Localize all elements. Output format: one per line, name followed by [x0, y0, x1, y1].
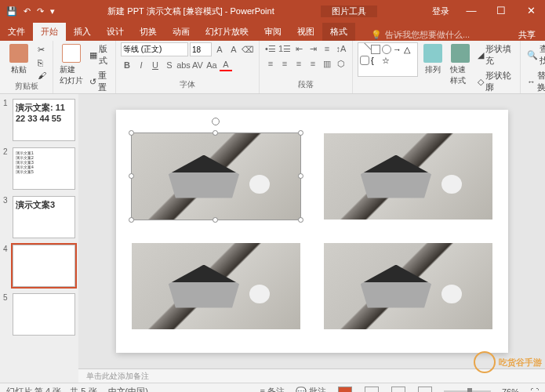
new-slide-button[interactable]: 新建 幻灯片 [58, 42, 85, 88]
bullets-button[interactable]: •☰ [264, 42, 277, 55]
shape-oval-icon [382, 45, 391, 54]
tab-view[interactable]: 视图 [289, 23, 322, 41]
shapes-gallery[interactable]: → △ { ☆ [358, 42, 418, 77]
slide-thumbnail[interactable]: 演示文案3 [13, 196, 75, 238]
shadow-button[interactable]: abs [177, 59, 190, 71]
resize-handle[interactable] [298, 130, 303, 136]
tab-review[interactable]: 审阅 [256, 23, 289, 41]
tab-transitions[interactable]: 切换 [132, 23, 165, 41]
maximize-button[interactable]: ☐ [487, 0, 515, 22]
smartart-button[interactable]: ⬡ [335, 57, 347, 70]
format-painter-button[interactable]: 🖌 [36, 70, 48, 81]
paste-button[interactable]: 粘贴 [5, 42, 33, 77]
slide-thumbnail[interactable] [13, 293, 75, 336]
redo-icon[interactable]: ↷ [37, 6, 44, 16]
slide-thumbnail[interactable] [13, 245, 75, 287]
strikethrough-button[interactable]: S [163, 59, 176, 71]
shape-outline-button[interactable]: ◇形状轮廓 [476, 69, 515, 94]
slideshow-view-button[interactable] [418, 387, 432, 393]
tab-insert[interactable]: 插入 [66, 23, 99, 41]
resize-handle[interactable] [129, 173, 134, 179]
thumb-num: 5 [3, 293, 9, 336]
shape-fill-button[interactable]: ◢形状填充 [476, 42, 515, 67]
slide-thumbnail[interactable]: 演示文案: 11 22 33 44 55 [13, 99, 75, 141]
text-direction-button[interactable]: ↕A [335, 42, 347, 55]
slide-canvas: 单击此处添加备注 [78, 94, 545, 383]
bold-button[interactable]: B [121, 59, 133, 71]
find-button[interactable]: 🔍查找 [525, 42, 545, 67]
group-font-label: 字体 [121, 79, 254, 92]
normal-view-button[interactable] [338, 387, 352, 393]
inserted-picture[interactable] [132, 133, 300, 220]
clear-format-icon[interactable]: ⌫ [242, 43, 254, 56]
notes-toggle[interactable]: ≡ 备注 [260, 386, 284, 392]
tell-me-search[interactable]: 💡告诉我您想要做什么... [355, 29, 509, 41]
quick-styles-button[interactable]: 快速样式 [449, 42, 473, 88]
shape-line-icon [358, 43, 372, 56]
resize-handle[interactable] [213, 130, 218, 136]
close-button[interactable]: ✕ [517, 0, 545, 22]
watermark-logo-icon [474, 351, 496, 373]
tab-format[interactable]: 格式 [322, 23, 355, 41]
cut-button[interactable]: ✂ [36, 44, 48, 56]
char-spacing-button[interactable]: AV [191, 59, 204, 71]
zoom-level[interactable]: 76% [502, 387, 519, 393]
arrange-button[interactable]: 排列 [421, 42, 445, 77]
change-case-button[interactable]: Aa [205, 59, 218, 71]
inserted-picture[interactable] [132, 243, 300, 329]
slide-indicator: 幻灯片 第 4 张，共 5 张 [6, 386, 97, 392]
login-link[interactable]: 登录 [424, 5, 457, 17]
comments-toggle[interactable]: 💬 批注 [296, 386, 326, 392]
align-right-button[interactable]: ≡ [292, 57, 305, 70]
fit-window-button[interactable]: ⛶ [530, 387, 539, 393]
scissors-icon: ✂ [38, 45, 45, 55]
reading-view-button[interactable] [391, 387, 405, 393]
font-family-select[interactable] [121, 42, 188, 56]
tab-file[interactable]: 文件 [0, 23, 33, 41]
layout-button[interactable]: ▦版式 [88, 42, 111, 67]
font-size-select[interactable] [190, 42, 212, 56]
rotate-handle[interactable] [212, 118, 220, 125]
tab-animations[interactable]: 动画 [165, 23, 198, 41]
group-clipboard-label: 剪贴板 [5, 81, 48, 93]
tab-design[interactable]: 设计 [99, 23, 132, 41]
align-left-button[interactable]: ≡ [264, 57, 277, 70]
undo-icon[interactable]: ↶ [24, 6, 31, 16]
inserted-picture[interactable] [324, 243, 492, 329]
decrease-font-icon[interactable]: A [227, 43, 240, 56]
resize-handle[interactable] [298, 173, 303, 179]
decrease-indent-button[interactable]: ⇤ [292, 42, 305, 55]
justify-button[interactable]: ≡ [307, 57, 319, 70]
tab-slideshow[interactable]: 幻灯片放映 [198, 23, 256, 41]
font-color-button[interactable]: A [220, 59, 232, 71]
increase-indent-button[interactable]: ⇥ [307, 42, 319, 55]
resize-handle[interactable] [129, 217, 134, 223]
tab-home[interactable]: 开始 [33, 23, 66, 41]
copy-button[interactable]: ⎘ [36, 57, 48, 68]
reset-button[interactable]: ↺重置 [88, 69, 111, 94]
start-slideshow-icon[interactable]: ▾ [50, 6, 55, 16]
resize-handle[interactable] [213, 217, 218, 223]
group-paragraph-label: 段落 [264, 79, 347, 92]
slide-thumbnail[interactable]: 演示文案1 演示文案2 演示文案3 演示文案4 演示文案5 [13, 147, 75, 190]
save-icon[interactable]: 💾 [6, 6, 17, 16]
resize-handle[interactable] [129, 130, 134, 136]
share-button[interactable]: 共享 [509, 29, 545, 41]
paste-icon [9, 44, 28, 63]
slide[interactable] [116, 110, 508, 353]
resize-handle[interactable] [298, 217, 303, 223]
sorter-view-button[interactable] [365, 387, 379, 393]
align-center-button[interactable]: ≡ [278, 57, 291, 70]
columns-button[interactable]: ▥ [321, 57, 333, 70]
underline-button[interactable]: U [149, 59, 162, 71]
increase-font-icon[interactable]: A [213, 43, 226, 56]
numbering-button[interactable]: 1☰ [278, 42, 291, 55]
replace-button[interactable]: ↔替换 [525, 69, 545, 94]
language-indicator[interactable]: 中文(中国) [108, 386, 148, 392]
minimize-button[interactable]: — [457, 0, 485, 22]
inserted-picture[interactable] [324, 133, 492, 220]
fill-icon: ◢ [478, 50, 484, 60]
contextual-tab-label: 图片工具 [321, 5, 377, 17]
line-spacing-button[interactable]: ≡ [321, 42, 333, 55]
italic-button[interactable]: I [135, 59, 147, 71]
